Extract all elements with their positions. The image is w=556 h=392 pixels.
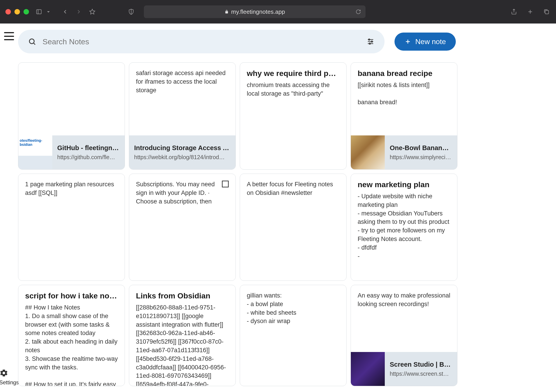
topbar: New note xyxy=(18,30,548,53)
link-url: https://www.simplyreci… xyxy=(390,154,452,160)
gear-icon xyxy=(0,369,19,377)
svg-point-15 xyxy=(369,43,371,44)
search-bar[interactable] xyxy=(18,30,385,53)
note-text: A better focus for Fleeting notes on Obs… xyxy=(247,180,340,197)
lock-icon xyxy=(224,9,229,14)
address-bar[interactable]: my.fleetingnotes.app xyxy=(144,5,365,18)
browser-chrome: my.fleetingnotes.app xyxy=(0,0,556,23)
bookmark-icon[interactable] xyxy=(88,8,96,16)
link-title: Introducing Storage Access API xyxy=(134,144,231,152)
note-card[interactable]: Subscriptions. You may need sign in with… xyxy=(129,174,236,281)
link-title: One-Bowl Banana … xyxy=(390,144,452,152)
tabs-overview-icon[interactable] xyxy=(542,8,551,16)
note-card[interactable]: safari storage access api needed for ifr… xyxy=(129,62,236,170)
svg-rect-7 xyxy=(545,10,548,14)
note-card[interactable]: why we require third part… chromium trea… xyxy=(240,62,347,170)
settings-button[interactable]: Settings xyxy=(0,369,19,386)
new-tab-icon[interactable] xyxy=(526,8,534,16)
note-card[interactable]: banana bread recipe [[sirikit notes & li… xyxy=(351,62,457,170)
note-text: safari storage access api needed for ifr… xyxy=(136,69,229,95)
svg-point-14 xyxy=(371,41,372,42)
link-thumbnail xyxy=(351,136,385,169)
note-text: [[sirikit notes & lists intent]] banana … xyxy=(358,81,450,106)
reload-icon[interactable] xyxy=(355,9,361,15)
sidebar: Settings xyxy=(0,23,18,392)
note-title: new marketing plan xyxy=(358,180,450,189)
link-url: https://github.com/fle… xyxy=(57,154,120,160)
note-text: [[288b6260-88a8-11ed-9751-e10121890713]]… xyxy=(136,303,229,386)
note-text: Subscriptions. You may need sign in with… xyxy=(136,180,229,206)
link-title: Screen Studio | Be… xyxy=(390,361,452,368)
note-card[interactable]: gillian wants: - a bowl plate - white be… xyxy=(240,285,347,386)
svg-rect-0 xyxy=(37,10,41,14)
note-text: An easy way to make professional looking… xyxy=(358,291,450,309)
link-url: https://webkit.org/blog/8124/introd… xyxy=(134,154,231,160)
svg-point-13 xyxy=(369,39,370,40)
forward-button[interactable] xyxy=(75,8,83,16)
note-card[interactable]: new marketing plan - Update website with… xyxy=(351,174,457,281)
menu-button[interactable] xyxy=(4,32,14,40)
traffic-lights xyxy=(5,9,29,15)
svg-point-8 xyxy=(29,39,34,44)
note-card[interactable]: script for how i take note… ## How I tak… xyxy=(18,285,125,386)
shield-icon[interactable] xyxy=(127,8,135,16)
tab-dropdown-icon[interactable] xyxy=(44,8,53,16)
sidebar-toggle-icon[interactable] xyxy=(35,8,43,16)
link-url: https://www.screen.st… xyxy=(390,370,452,377)
settings-label: Settings xyxy=(0,379,19,386)
back-button[interactable] xyxy=(61,8,69,16)
window-maximize-button[interactable] xyxy=(23,9,29,15)
svg-marker-2 xyxy=(90,9,95,14)
svg-line-9 xyxy=(33,43,35,45)
note-card[interactable]: 1 page marketing plan resources asdf [[S… xyxy=(18,174,125,281)
link-thumbnail xyxy=(351,352,385,386)
window-close-button[interactable] xyxy=(5,9,11,15)
note-text: 1 page marketing plan resources asdf [[S… xyxy=(25,180,118,197)
link-title: GitHub - fleetingno… xyxy=(57,144,120,152)
note-card[interactable]: An easy way to make professional looking… xyxy=(351,285,457,386)
link-thumbnail xyxy=(18,136,52,169)
note-link-preview[interactable]: One-Bowl Banana … https://www.simplyreci… xyxy=(351,136,457,169)
main-content: New note GitHub - fleetingno… https://gi… xyxy=(18,23,556,392)
note-link-preview[interactable]: Introducing Storage Access API https://w… xyxy=(129,136,235,169)
search-icon xyxy=(28,38,36,46)
window-minimize-button[interactable] xyxy=(15,9,20,15)
checkbox-icon[interactable] xyxy=(222,181,229,187)
note-card[interactable]: GitHub - fleetingno… https://github.com/… xyxy=(18,62,125,170)
new-note-button[interactable]: New note xyxy=(394,33,456,51)
note-text: gillian wants: - a bowl plate - white be… xyxy=(247,291,340,325)
note-card[interactable]: Links from Obsidian [[288b6260-88a8-11ed… xyxy=(129,285,236,386)
share-icon[interactable] xyxy=(510,8,518,16)
note-text: ## How I take Notes 1. Do a small show c… xyxy=(25,303,118,386)
note-title: banana bread recipe xyxy=(358,69,450,78)
note-title: why we require third part… xyxy=(247,69,340,78)
search-input[interactable] xyxy=(43,37,366,46)
address-url: my.fleetingnotes.app xyxy=(231,8,285,15)
note-link-preview[interactable]: GitHub - fleetingno… https://github.com/… xyxy=(18,136,125,169)
note-title: script for how i take note… xyxy=(25,291,118,300)
note-text: - Update website with niche marketing pl… xyxy=(358,192,450,260)
tune-icon[interactable] xyxy=(366,38,375,46)
new-note-label: New note xyxy=(415,38,446,46)
notes-grid: GitHub - fleetingno… https://github.com/… xyxy=(18,62,548,386)
note-text: chromium treats accessing the local stor… xyxy=(247,81,340,98)
app-root: Settings New note xyxy=(0,23,556,392)
note-title: Links from Obsidian xyxy=(136,291,229,300)
note-card[interactable]: A better focus for Fleeting notes on Obs… xyxy=(240,174,347,281)
note-link-preview[interactable]: Screen Studio | Be… https://www.screen.s… xyxy=(351,352,457,386)
